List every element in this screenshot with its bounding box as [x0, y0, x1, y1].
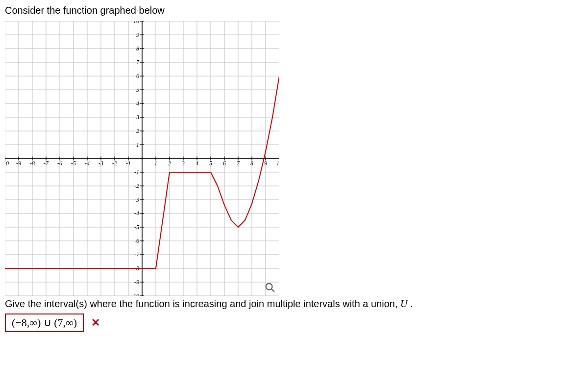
- union-symbol: U: [400, 298, 407, 309]
- svg-text:-7: -7: [44, 160, 49, 167]
- svg-text:6: 6: [223, 160, 226, 167]
- svg-text:-4: -4: [85, 160, 90, 167]
- graph-container: -10-9-8-7-6-5-4-3-2-112345678910-10-9-8-…: [5, 21, 279, 296]
- svg-text:-6: -6: [134, 237, 139, 244]
- svg-text:-9: -9: [16, 160, 21, 167]
- svg-text:-7: -7: [134, 251, 140, 258]
- svg-text:-10: -10: [5, 160, 9, 167]
- svg-text:-9: -9: [134, 279, 139, 286]
- answer-input[interactable]: (−8,∞) ∪ (7,∞): [5, 314, 84, 332]
- svg-text:-5: -5: [134, 224, 139, 231]
- svg-text:3: 3: [181, 160, 185, 167]
- svg-text:-8: -8: [30, 160, 35, 167]
- question-bottom-text: Give the interval(s) where the function …: [5, 298, 583, 310]
- svg-text:8: 8: [250, 160, 253, 167]
- svg-line-127: [271, 289, 274, 292]
- svg-text:-4: -4: [134, 210, 139, 217]
- svg-text:9: 9: [136, 31, 139, 38]
- svg-text:-10: -10: [131, 292, 139, 296]
- svg-text:-1: -1: [134, 169, 139, 176]
- wrong-mark-icon: ✕: [91, 316, 100, 329]
- svg-text:1: 1: [154, 160, 157, 167]
- zoom-icon[interactable]: [265, 282, 275, 293]
- function-graph: -10-9-8-7-6-5-4-3-2-112345678910-10-9-8-…: [5, 21, 279, 296]
- svg-text:3: 3: [136, 114, 139, 121]
- svg-text:-1: -1: [126, 160, 131, 167]
- svg-text:-5: -5: [71, 160, 76, 167]
- svg-text:10: 10: [133, 21, 139, 25]
- svg-text:-3: -3: [134, 196, 139, 203]
- svg-text:7: 7: [136, 59, 140, 66]
- svg-text:8: 8: [136, 45, 139, 52]
- svg-text:6: 6: [136, 73, 139, 79]
- svg-text:9: 9: [264, 160, 267, 167]
- svg-text:7: 7: [237, 160, 240, 167]
- svg-text:-2: -2: [134, 183, 139, 189]
- svg-text:-6: -6: [57, 160, 62, 167]
- svg-text:-2: -2: [112, 160, 117, 167]
- svg-text:1: 1: [136, 141, 139, 148]
- svg-text:-3: -3: [98, 160, 103, 167]
- question-top-text: Consider the function graphed below: [5, 5, 583, 16]
- svg-text:5: 5: [136, 86, 139, 93]
- svg-text:2: 2: [168, 160, 171, 167]
- svg-text:2: 2: [136, 128, 139, 134]
- svg-text:10: 10: [276, 160, 279, 167]
- svg-text:5: 5: [209, 160, 212, 167]
- svg-text:4: 4: [196, 160, 198, 167]
- svg-text:4: 4: [136, 100, 139, 107]
- answer-row: (−8,∞) ∪ (7,∞) ✕: [5, 314, 583, 332]
